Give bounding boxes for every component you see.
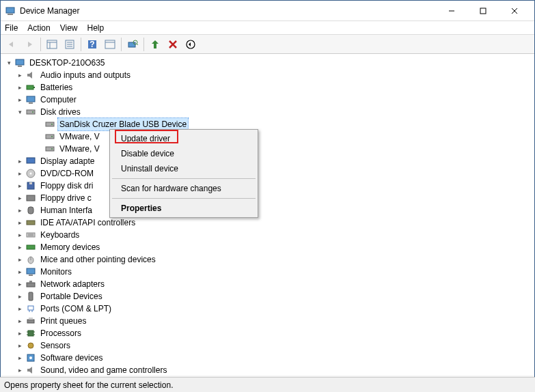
svg-rect-61 [29,318,33,320]
controller-icon [25,193,36,204]
chevron-right-icon[interactable]: ▸ [14,193,25,204]
tree-category[interactable]: ▸Display adapte [1,155,534,167]
chevron-right-icon[interactable]: ▸ [14,352,25,363]
chevron-right-icon[interactable]: ▸ [14,70,25,81]
audio-icon [25,70,36,81]
chevron-down-icon[interactable]: ▾ [14,107,25,117]
chevron-right-icon[interactable]: ▸ [14,242,25,253]
tree-category[interactable]: ▸Print queues [1,315,534,327]
tree-label: Ports (COM & LPT) [39,303,113,315]
tree-category[interactable]: ▸Floppy disk dri [1,180,534,192]
tree-item[interactable]: VMware, V [1,130,534,143]
tree-label: Memory devices [39,241,101,253]
close-button[interactable] [499,1,530,21]
tree-category[interactable]: ▸Floppy drive c [1,192,534,204]
menu-help[interactable]: Help [87,23,105,33]
tree-root[interactable]: ▾ DESKTOP-210O635 [1,57,534,69]
monitor-icon [25,266,36,277]
svg-point-69 [29,356,32,359]
menu-bar: File Action View Help [1,21,534,35]
context-disable-device[interactable]: Disable device [111,146,256,161]
tree-label: Batteries [39,81,74,94]
chevron-right-icon[interactable]: ▸ [14,340,25,351]
svg-rect-1 [8,14,13,15]
scan-hardware-button[interactable] [124,36,141,53]
context-scan-hardware[interactable]: Scan for hardware changes [111,181,256,196]
disk-icon [44,119,55,130]
printer-icon [25,316,36,326]
tree-category[interactable]: ▸Network adapters [1,278,534,290]
context-uninstall-device[interactable]: Uninstall device [111,161,256,176]
tree-category[interactable]: ▸Portable Devices [1,290,534,303]
device-tree[interactable]: ▾ DESKTOP-210O635 ▸ Audio inputs and out… [1,54,534,376]
sensor-icon [25,340,36,351]
context-update-driver[interactable]: Update driver [111,131,256,146]
tree-category[interactable]: ▸Human Interfa [1,204,534,216]
menu-action[interactable]: Action [27,23,50,33]
show-hide-tree-button[interactable] [44,36,60,53]
memory-icon [25,242,36,253]
tree-category[interactable]: ▸ Computer [1,94,534,106]
chevron-right-icon[interactable]: ▸ [14,229,25,240]
chevron-right-icon[interactable]: ▸ [14,205,25,216]
disable-button[interactable] [182,36,199,53]
properties-button[interactable] [61,36,78,53]
chevron-right-icon[interactable]: ▸ [14,279,25,290]
sound-icon [25,365,36,376]
menu-file[interactable]: File [5,23,18,33]
tree-label: Mice and other pointing devices [39,253,157,266]
tree-category[interactable]: ▸Software devices [1,352,534,364]
portable-icon [25,291,36,302]
minimize-button[interactable] [436,1,467,21]
maximize-button[interactable] [467,1,499,21]
tree-category[interactable]: ▸Ports (COM & LPT) [1,303,534,315]
tree-category[interactable]: ▸Keyboards [1,229,534,241]
tree-category[interactable]: ▸DVD/CD-ROM [1,167,534,180]
chevron-right-icon[interactable]: ▸ [14,254,25,265]
tree-category[interactable]: ▸Mice and other pointing devices [1,253,534,266]
tree-category-disk[interactable]: ▾ Disk drives [1,106,534,118]
svg-rect-52 [27,268,35,274]
chevron-right-icon[interactable]: ▸ [14,82,25,93]
help-button[interactable]: ? [84,36,100,53]
tree-label: Keyboards [39,229,81,241]
chevron-down-icon[interactable]: ▾ [3,57,14,68]
svg-rect-3 [480,8,486,14]
chevron-right-icon[interactable]: ▸ [14,266,25,277]
tree-category[interactable]: ▸Monitors [1,266,534,278]
menu-view[interactable]: View [60,23,78,33]
svg-rect-24 [16,59,24,65]
tree-item-selected[interactable]: SanDisk Cruzer Blade USB Device [1,118,534,130]
tree-category[interactable]: ▸IDE ATA/ATAPI controllers [1,216,534,229]
chevron-right-icon[interactable]: ▸ [14,365,25,376]
keyboard-icon [25,229,36,240]
tree-item[interactable]: VMware, V [1,143,534,155]
chevron-right-icon[interactable]: ▸ [14,303,25,314]
chevron-right-icon[interactable]: ▸ [14,291,25,302]
tree-category[interactable]: ▸Sensors [1,339,534,352]
port-icon [25,303,36,314]
tree-category[interactable]: ▸Memory devices [1,241,534,253]
tree-label: Monitors [39,266,73,278]
title-bar: Device Manager [1,1,534,21]
svg-rect-57 [28,306,33,310]
chevron-right-icon[interactable]: ▸ [14,180,25,191]
svg-rect-53 [29,275,33,276]
chevron-right-icon[interactable]: ▸ [14,217,25,228]
context-menu: Update driver Disable device Uninstall d… [109,129,258,218]
svg-point-33 [51,124,53,125]
action-button[interactable] [102,36,118,53]
svg-rect-60 [27,320,34,323]
tree-category[interactable]: ▸ Audio inputs and outputs [1,69,534,81]
context-properties[interactable]: Properties [111,201,256,216]
chevron-right-icon[interactable]: ▸ [14,168,25,179]
chevron-right-icon[interactable]: ▸ [14,316,25,326]
tree-category[interactable]: ▸Sound, video and game controllers [1,364,534,376]
tree-category[interactable]: ▸ Batteries [1,81,534,94]
chevron-right-icon[interactable]: ▸ [14,156,25,167]
chevron-right-icon[interactable]: ▸ [14,94,25,105]
chevron-right-icon[interactable]: ▸ [14,328,25,339]
uninstall-button[interactable] [165,36,181,53]
update-driver-button[interactable] [147,36,163,53]
tree-category[interactable]: ▸Processors [1,327,534,339]
